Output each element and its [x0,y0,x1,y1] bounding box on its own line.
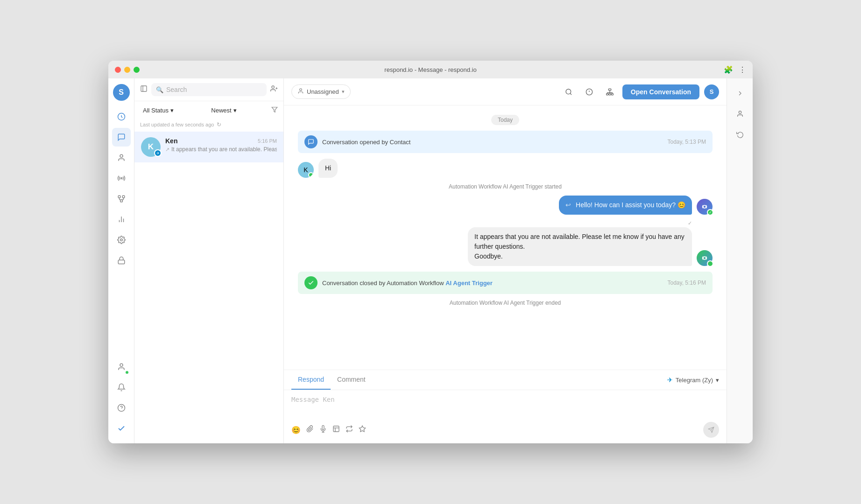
attachment-icon[interactable] [306,425,314,434]
maximize-button[interactable] [134,67,140,73]
audio-icon[interactable] [319,425,327,434]
system-close-icon [304,276,318,289]
app-body: S [108,78,753,443]
channel-label: Telegram (Zy) [676,377,713,384]
contact-avatar-hi: K [298,162,314,178]
emoji-picker-icon[interactable]: 😊 [291,426,301,434]
nav-notifications[interactable] [112,378,131,397]
system-open-text: Conversation opened by Contact [322,139,663,146]
nav-help[interactable] [112,399,131,417]
refresh-icon[interactable]: ↻ [217,121,221,128]
nav-security[interactable] [112,251,131,270]
nav-messages[interactable] [112,128,131,147]
chat-main: Unassigned ▾ Open Conversation S [284,78,727,443]
newest-filter[interactable]: Newest ▾ [208,105,239,116]
message-input[interactable] [291,396,719,414]
send-button[interactable] [703,422,719,438]
date-label: Today [491,115,519,125]
system-msg-closed: Conversation closed by Automation Workfl… [298,272,713,294]
minimize-button[interactable] [124,67,130,73]
nav-workflows[interactable] [112,189,131,208]
msg-right-wrap-unavailable: ✓ It appears that you are not available.… [468,220,692,266]
reply-indicator-icon: ↩ [565,201,571,209]
msg-row-bot-unavailable: ✓ It appears that you are not available.… [298,220,713,266]
last-updated-bar: Last updated a few seconds ago ↻ [134,119,283,132]
window-title: respond.io - Message - respond.io [384,66,476,73]
svg-point-21 [566,89,571,94]
right-panel-history-icon[interactable] [731,125,749,144]
svg-line-22 [570,93,572,95]
tab-respond[interactable]: Respond [291,370,331,390]
snippets-icon[interactable] [346,425,353,434]
svg-rect-29 [611,93,613,95]
nav-contacts[interactable] [112,148,131,167]
open-conversation-button[interactable]: Open Conversation [622,84,699,99]
nav-profile[interactable] [112,357,131,376]
tab-comment[interactable]: Comment [331,370,372,390]
svg-rect-40 [333,426,339,432]
search-chat-icon[interactable] [561,84,577,100]
nav-broadcasts[interactable] [112,169,131,188]
all-status-label: All Status [143,107,169,114]
svg-point-45 [739,111,741,113]
nav-dashboard[interactable] [112,107,131,126]
svg-point-16 [272,86,274,88]
channel-selector[interactable]: ✈ Telegram (Zy) ▾ [667,370,719,390]
conversation-item-ken[interactable]: K ✈ Ken 5:16 PM ↗ It appears that you ar… [134,132,283,162]
svg-point-36 [703,205,706,208]
compose-input-area[interactable] [284,390,727,418]
svg-rect-10 [118,260,125,264]
msg-row-bot-hello: ↩ Hello! How can I assist you today? 😊 ✓ [298,196,713,215]
compose-area: Respond Comment ✈ Telegram (Zy) ▾ 😊 [284,370,727,443]
filter-icon[interactable] [271,106,278,114]
current-user-avatar[interactable]: S [704,84,719,99]
right-panel [727,78,753,443]
search-input[interactable] [166,86,262,93]
titlebar: respond.io - Message - respond.io 🧩 ⋮ [108,61,753,78]
user-avatar[interactable]: S [113,84,130,101]
close-button[interactable] [115,67,121,73]
template-icon[interactable] [332,425,340,434]
nav-settings[interactable] [112,231,131,249]
nav-reports[interactable] [112,210,131,229]
svg-point-1 [120,154,123,157]
sidebar-toggle-icon[interactable] [140,85,148,94]
app-window: respond.io - Message - respond.io 🧩 ⋮ S [108,61,753,443]
assignee-chevron-icon: ▾ [342,89,345,95]
system-msg-opened: Conversation opened by Contact Today, 5:… [298,131,713,153]
svg-rect-28 [609,93,611,95]
search-box[interactable]: 🔍 [151,83,267,96]
window-controls [115,67,140,73]
nav-brand[interactable] [112,419,131,438]
svg-point-11 [120,364,123,366]
conv-row1: Ken 5:16 PM [165,137,277,145]
system-close-time: Today, 5:16 PM [668,280,706,286]
ai-agent-trigger-link[interactable]: AI Agent Trigger [445,280,493,287]
compose-tabs: Respond Comment ✈ Telegram (Zy) ▾ [284,370,727,390]
msg-bubble-hi: Hi [318,159,338,178]
svg-rect-26 [608,89,611,90]
conv-content-ken: Ken 5:16 PM ↗ It appears that you are no… [165,137,277,157]
right-panel-arrow-icon[interactable] [731,84,749,103]
system-open-icon [304,135,318,148]
assignee-button[interactable]: Unassigned ▾ [291,84,351,99]
all-status-filter[interactable]: All Status ▾ [140,105,176,116]
ai-compose-icon[interactable] [359,425,366,434]
search-icon: 🔍 [156,86,163,93]
system-open-time: Today, 5:13 PM [668,139,706,145]
more-options-icon[interactable]: ⋮ [739,65,746,74]
contact-info-icon[interactable] [581,84,597,100]
svg-point-9 [120,239,122,241]
svg-rect-4 [122,196,125,198]
extensions-icon[interactable]: 🧩 [724,65,733,74]
telegram-channel-badge: ✈ [154,149,162,157]
add-contact-icon[interactable] [270,85,278,94]
svg-rect-27 [607,93,608,95]
right-panel-contact-icon[interactable] [731,105,749,123]
svg-marker-19 [272,107,277,112]
system-close-text: Conversation closed by Automation Workfl… [322,280,663,287]
forward-icon: ↗ [165,147,169,153]
msg-bubble-hello: ↩ Hello! How can I assist you today? 😊 [559,196,692,215]
chat-messages[interactable]: Today Conversation opened by Contact Tod… [284,105,727,370]
org-chart-icon[interactable] [602,84,618,100]
